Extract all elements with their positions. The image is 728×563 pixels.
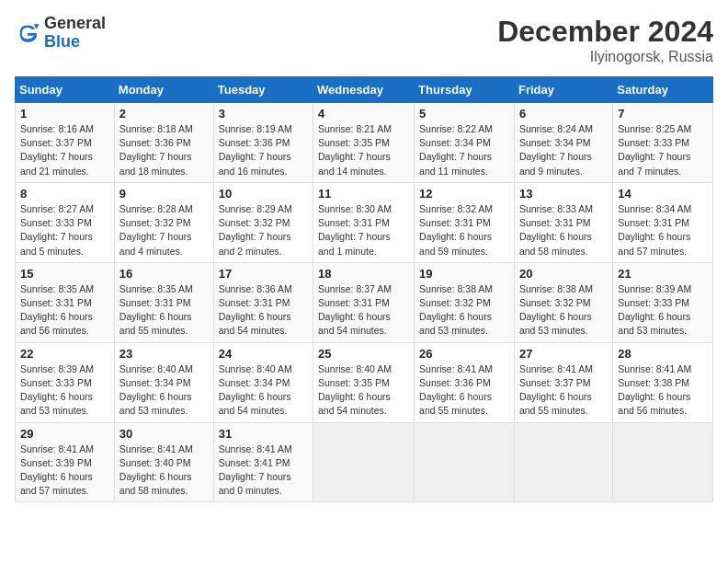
day-number: 13 xyxy=(519,187,608,201)
calendar-cell: 14Sunrise: 8:34 AMSunset: 3:31 PMDayligh… xyxy=(613,182,713,262)
logo: General Blue xyxy=(15,15,106,52)
calendar-cell xyxy=(613,422,713,502)
month-title: December 2024 xyxy=(497,15,713,49)
calendar-week-row: 29Sunrise: 8:41 AMSunset: 3:39 PMDayligh… xyxy=(16,422,713,502)
logo-general-text: General xyxy=(44,14,106,32)
svg-marker-0 xyxy=(34,24,40,29)
day-detail: Sunrise: 8:41 AMSunset: 3:39 PMDaylight:… xyxy=(20,442,109,499)
day-number: 1 xyxy=(20,107,109,121)
calendar-table: SundayMondayTuesdayWednesdayThursdayFrid… xyxy=(15,76,713,502)
day-detail: Sunrise: 8:39 AMSunset: 3:33 PMDaylight:… xyxy=(20,362,109,419)
day-detail: Sunrise: 8:19 AMSunset: 3:36 PMDaylight:… xyxy=(219,122,308,178)
day-detail: Sunrise: 8:41 AMSunset: 3:36 PMDaylight:… xyxy=(419,362,509,419)
day-number: 17 xyxy=(219,267,308,281)
day-number: 5 xyxy=(419,107,509,121)
day-detail: Sunrise: 8:35 AMSunset: 3:31 PMDaylight:… xyxy=(119,282,209,339)
calendar-cell: 4Sunrise: 8:21 AMSunset: 3:35 PMDaylight… xyxy=(313,103,415,183)
calendar-cell: 17Sunrise: 8:36 AMSunset: 3:31 PMDayligh… xyxy=(213,262,313,342)
day-detail: Sunrise: 8:34 AMSunset: 3:31 PMDaylight:… xyxy=(618,202,708,259)
weekday-header: Thursday xyxy=(415,77,515,103)
day-number: 26 xyxy=(419,347,509,361)
calendar-cell: 26Sunrise: 8:41 AMSunset: 3:36 PMDayligh… xyxy=(415,342,515,422)
calendar-week-row: 8Sunrise: 8:27 AMSunset: 3:33 PMDaylight… xyxy=(16,182,713,262)
day-number: 4 xyxy=(318,107,409,121)
day-detail: Sunrise: 8:22 AMSunset: 3:34 PMDaylight:… xyxy=(419,122,509,178)
day-number: 2 xyxy=(119,107,209,121)
day-number: 29 xyxy=(20,427,109,441)
day-number: 25 xyxy=(318,347,409,361)
calendar-cell xyxy=(514,422,612,502)
day-detail: Sunrise: 8:37 AMSunset: 3:31 PMDaylight:… xyxy=(318,282,409,339)
day-number: 23 xyxy=(119,347,209,361)
day-number: 22 xyxy=(20,347,109,361)
day-detail: Sunrise: 8:30 AMSunset: 3:31 PMDaylight:… xyxy=(318,202,409,259)
calendar-cell: 5Sunrise: 8:22 AMSunset: 3:34 PMDaylight… xyxy=(415,103,515,183)
calendar-cell: 24Sunrise: 8:40 AMSunset: 3:34 PMDayligh… xyxy=(213,342,313,422)
calendar-cell xyxy=(313,422,415,502)
calendar-cell: 8Sunrise: 8:27 AMSunset: 3:33 PMDaylight… xyxy=(16,182,115,262)
day-number: 8 xyxy=(20,187,109,201)
day-detail: Sunrise: 8:41 AMSunset: 3:40 PMDaylight:… xyxy=(119,442,209,499)
day-number: 21 xyxy=(618,267,708,281)
day-number: 11 xyxy=(318,187,409,201)
calendar-cell: 23Sunrise: 8:40 AMSunset: 3:34 PMDayligh… xyxy=(114,342,213,422)
day-number: 31 xyxy=(219,427,308,441)
day-number: 18 xyxy=(318,267,409,281)
calendar-cell: 28Sunrise: 8:41 AMSunset: 3:38 PMDayligh… xyxy=(613,342,713,422)
day-number: 16 xyxy=(119,267,209,281)
day-number: 14 xyxy=(618,187,708,201)
day-detail: Sunrise: 8:36 AMSunset: 3:31 PMDaylight:… xyxy=(219,282,308,339)
logo-icon xyxy=(15,20,40,46)
day-detail: Sunrise: 8:33 AMSunset: 3:31 PMDaylight:… xyxy=(519,202,608,259)
day-number: 30 xyxy=(119,427,209,441)
day-detail: Sunrise: 8:39 AMSunset: 3:33 PMDaylight:… xyxy=(618,282,708,339)
calendar-cell: 20Sunrise: 8:38 AMSunset: 3:32 PMDayligh… xyxy=(514,262,612,342)
day-number: 6 xyxy=(519,107,608,121)
day-number: 20 xyxy=(519,267,608,281)
day-detail: Sunrise: 8:41 AMSunset: 3:38 PMDaylight:… xyxy=(618,362,708,419)
calendar-cell: 3Sunrise: 8:19 AMSunset: 3:36 PMDaylight… xyxy=(213,103,313,183)
day-detail: Sunrise: 8:35 AMSunset: 3:31 PMDaylight:… xyxy=(20,282,109,339)
calendar-cell: 6Sunrise: 8:24 AMSunset: 3:34 PMDaylight… xyxy=(514,103,612,183)
calendar-cell: 21Sunrise: 8:39 AMSunset: 3:33 PMDayligh… xyxy=(613,262,713,342)
day-number: 7 xyxy=(618,107,708,121)
calendar-cell: 11Sunrise: 8:30 AMSunset: 3:31 PMDayligh… xyxy=(313,182,415,262)
calendar-week-row: 15Sunrise: 8:35 AMSunset: 3:31 PMDayligh… xyxy=(16,262,713,342)
day-detail: Sunrise: 8:40 AMSunset: 3:35 PMDaylight:… xyxy=(318,362,409,419)
day-number: 15 xyxy=(20,267,109,281)
day-number: 19 xyxy=(419,267,509,281)
day-number: 10 xyxy=(219,187,308,201)
title-block: December 2024 Ilyinogorsk, Russia xyxy=(497,15,713,65)
calendar-cell: 30Sunrise: 8:41 AMSunset: 3:40 PMDayligh… xyxy=(114,422,213,502)
day-detail: Sunrise: 8:24 AMSunset: 3:34 PMDaylight:… xyxy=(519,122,608,178)
calendar-cell: 1Sunrise: 8:16 AMSunset: 3:37 PMDaylight… xyxy=(16,103,115,183)
calendar-cell: 19Sunrise: 8:38 AMSunset: 3:32 PMDayligh… xyxy=(415,262,515,342)
day-detail: Sunrise: 8:27 AMSunset: 3:33 PMDaylight:… xyxy=(20,202,109,259)
calendar-cell: 18Sunrise: 8:37 AMSunset: 3:31 PMDayligh… xyxy=(313,262,415,342)
logo-blue-text: Blue xyxy=(44,32,80,51)
calendar-cell: 10Sunrise: 8:29 AMSunset: 3:32 PMDayligh… xyxy=(213,182,313,262)
calendar-cell: 9Sunrise: 8:28 AMSunset: 3:32 PMDaylight… xyxy=(114,182,213,262)
day-detail: Sunrise: 8:32 AMSunset: 3:31 PMDaylight:… xyxy=(419,202,509,259)
day-detail: Sunrise: 8:38 AMSunset: 3:32 PMDaylight:… xyxy=(519,282,608,339)
day-detail: Sunrise: 8:41 AMSunset: 3:41 PMDaylight:… xyxy=(219,442,308,499)
calendar-cell: 13Sunrise: 8:33 AMSunset: 3:31 PMDayligh… xyxy=(514,182,612,262)
weekday-header: Saturday xyxy=(613,77,713,103)
day-number: 9 xyxy=(119,187,209,201)
calendar-cell: 12Sunrise: 8:32 AMSunset: 3:31 PMDayligh… xyxy=(415,182,515,262)
day-number: 27 xyxy=(519,347,608,361)
calendar-cell: 29Sunrise: 8:41 AMSunset: 3:39 PMDayligh… xyxy=(16,422,115,502)
day-detail: Sunrise: 8:25 AMSunset: 3:33 PMDaylight:… xyxy=(618,122,708,178)
calendar-header-row: SundayMondayTuesdayWednesdayThursdayFrid… xyxy=(16,77,713,103)
day-detail: Sunrise: 8:18 AMSunset: 3:36 PMDaylight:… xyxy=(119,122,209,178)
day-detail: Sunrise: 8:29 AMSunset: 3:32 PMDaylight:… xyxy=(219,202,308,259)
calendar-week-row: 22Sunrise: 8:39 AMSunset: 3:33 PMDayligh… xyxy=(16,342,713,422)
day-detail: Sunrise: 8:28 AMSunset: 3:32 PMDaylight:… xyxy=(119,202,209,259)
day-detail: Sunrise: 8:38 AMSunset: 3:32 PMDaylight:… xyxy=(419,282,509,339)
calendar-cell: 16Sunrise: 8:35 AMSunset: 3:31 PMDayligh… xyxy=(114,262,213,342)
calendar-cell: 27Sunrise: 8:41 AMSunset: 3:37 PMDayligh… xyxy=(514,342,612,422)
day-detail: Sunrise: 8:40 AMSunset: 3:34 PMDaylight:… xyxy=(119,362,209,419)
day-detail: Sunrise: 8:40 AMSunset: 3:34 PMDaylight:… xyxy=(219,362,308,419)
weekday-header: Wednesday xyxy=(313,77,415,103)
weekday-header: Sunday xyxy=(16,77,115,103)
